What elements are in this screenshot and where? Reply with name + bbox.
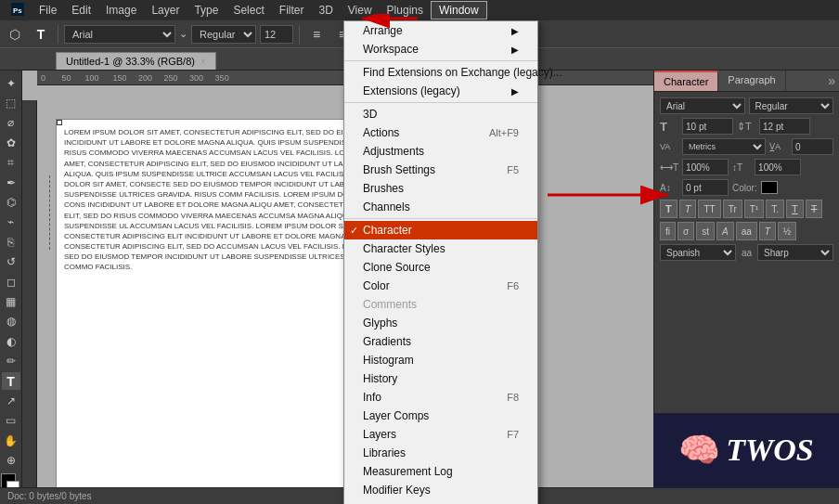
menu-histogram[interactable]: Histogram bbox=[344, 351, 537, 369]
menu-edit[interactable]: Edit bbox=[64, 2, 98, 19]
tab-close-button[interactable]: × bbox=[200, 57, 206, 67]
tracking-field[interactable] bbox=[792, 138, 833, 155]
dodge-tool[interactable]: ◐ bbox=[2, 332, 20, 350]
character-font-select[interactable]: Arial bbox=[660, 97, 745, 114]
type-tool-icon[interactable]: T bbox=[30, 23, 52, 45]
transform-handle-tl[interactable] bbox=[57, 120, 62, 125]
menu-view[interactable]: View bbox=[341, 2, 380, 19]
menu-glyphs[interactable]: Glyphs bbox=[344, 314, 537, 332]
menu-libraries[interactable]: Libraries bbox=[344, 444, 537, 462]
kerning-select[interactable]: Metrics bbox=[682, 138, 766, 155]
font-size-field[interactable] bbox=[682, 118, 733, 135]
menu-type[interactable]: Type bbox=[187, 2, 226, 19]
info-shortcut: F8 bbox=[507, 392, 519, 403]
document-tab[interactable]: Untitled-1 @ 33.3% (RGB/8) × bbox=[56, 52, 216, 70]
hand-tool[interactable]: ✋ bbox=[2, 432, 20, 449]
path-selection-tool[interactable]: ↗ bbox=[2, 392, 20, 409]
menu-ps[interactable]: Ps bbox=[4, 1, 32, 20]
strikethrough-button[interactable]: T bbox=[806, 200, 823, 218]
eyedropper-tool[interactable]: ✒ bbox=[2, 174, 20, 191]
italic-button[interactable]: T bbox=[679, 200, 697, 218]
menu-adjustments[interactable]: Adjustments bbox=[344, 142, 537, 161]
antialias-select[interactable]: Sharp bbox=[757, 244, 833, 261]
titling-button[interactable]: aa bbox=[736, 222, 757, 240]
menu-comments[interactable]: Comments bbox=[344, 295, 537, 314]
menu-layer-comps[interactable]: Layer Comps bbox=[344, 407, 537, 425]
quick-select-tool[interactable]: ✿ bbox=[2, 134, 20, 151]
menu-3d[interactable]: 3D bbox=[311, 2, 340, 19]
menu-measurement-log[interactable]: Measurement Log bbox=[344, 462, 537, 481]
ligature-fi-button[interactable]: fi bbox=[660, 222, 676, 240]
font-family-select[interactable]: Arial bbox=[64, 25, 175, 44]
lasso-tool[interactable]: ⌀ bbox=[2, 114, 20, 132]
menu-actions[interactable]: Actions Alt+F9 bbox=[344, 123, 537, 142]
move-tool-icon[interactable]: ⬡ bbox=[4, 23, 26, 45]
menu-layer[interactable]: Layer bbox=[144, 2, 187, 19]
scale-h-field[interactable] bbox=[682, 159, 729, 175]
menu-brushes[interactable]: Brushes bbox=[344, 179, 537, 198]
clone-stamp-tool[interactable]: ⎘ bbox=[2, 233, 20, 251]
menu-workspace[interactable]: Workspace ▶ bbox=[344, 40, 537, 58]
menu-info[interactable]: Info F8 bbox=[344, 388, 537, 407]
menu-image[interactable]: Image bbox=[98, 2, 144, 19]
gradient-tool[interactable]: ▦ bbox=[2, 292, 20, 310]
window-dropdown-menu[interactable]: Arrange ▶ Workspace ▶ Find Extensions on… bbox=[343, 20, 538, 504]
fraction-button[interactable]: ½ bbox=[778, 222, 796, 240]
scale-v-field[interactable] bbox=[755, 159, 801, 175]
menu-clone-source[interactable]: Clone Source bbox=[344, 258, 537, 277]
menu-extensions-legacy[interactable]: Extensions (legacy) ▶ bbox=[344, 82, 537, 100]
panel-expand-icon[interactable]: » bbox=[828, 73, 835, 88]
menu-modifier-keys[interactable]: Modifier Keys bbox=[344, 481, 537, 499]
font-size-input[interactable] bbox=[260, 25, 293, 44]
pen-tool[interactable]: ✏ bbox=[2, 352, 20, 369]
marquee-tool[interactable]: ⬚ bbox=[2, 94, 20, 111]
menu-window[interactable]: Window bbox=[431, 1, 487, 19]
character-color-swatch[interactable] bbox=[761, 181, 778, 194]
tab-character[interactable]: Character bbox=[654, 71, 718, 91]
eraser-tool[interactable]: ◻ bbox=[2, 273, 20, 291]
menu-select[interactable]: Select bbox=[226, 2, 271, 19]
menu-navigator[interactable]: Navigator bbox=[344, 499, 537, 504]
menu-plugins[interactable]: Plugins bbox=[380, 2, 431, 19]
character-style-select[interactable]: Regular bbox=[749, 97, 834, 114]
menu-character-styles[interactable]: Character Styles bbox=[344, 239, 537, 258]
allcaps-button[interactable]: TT bbox=[698, 200, 720, 218]
align-left-button[interactable]: ≡ bbox=[305, 23, 328, 45]
menu-find-extensions[interactable]: Find Extensions on Exchange (legacy)... bbox=[344, 63, 537, 82]
rectangle-tool[interactable]: ▭ bbox=[2, 412, 20, 430]
move-tool[interactable]: ✦ bbox=[2, 74, 20, 92]
bold-button[interactable]: T bbox=[660, 200, 678, 218]
history-brush-tool[interactable]: ↺ bbox=[2, 253, 20, 271]
leading-field[interactable] bbox=[759, 118, 810, 135]
subscript-button[interactable]: T. bbox=[766, 200, 784, 218]
type-tool-left[interactable]: T bbox=[2, 372, 20, 390]
ordinal-button[interactable]: st bbox=[696, 222, 715, 240]
brush-tool[interactable]: ⌁ bbox=[2, 213, 20, 231]
panel-tab-bar: Character Paragraph » bbox=[654, 71, 839, 92]
healing-brush-tool[interactable]: ⌬ bbox=[2, 193, 20, 211]
menu-3d[interactable]: 3D bbox=[344, 105, 537, 123]
language-select[interactable]: Spanish bbox=[660, 244, 736, 261]
contextual-button[interactable]: T bbox=[759, 222, 776, 240]
menu-file[interactable]: File bbox=[32, 2, 64, 19]
menu-brush-settings[interactable]: Brush Settings F5 bbox=[344, 161, 537, 179]
underline-button[interactable]: T bbox=[786, 200, 804, 218]
ligature-sigma-button[interactable]: σ bbox=[678, 222, 694, 240]
blur-tool[interactable]: ◍ bbox=[2, 313, 20, 330]
menu-filter[interactable]: Filter bbox=[272, 2, 312, 19]
menu-layers[interactable]: Layers F7 bbox=[344, 425, 537, 444]
baseline-field[interactable] bbox=[682, 179, 729, 196]
menu-history[interactable]: History bbox=[344, 369, 537, 388]
menu-channels[interactable]: Channels bbox=[344, 198, 537, 216]
tab-paragraph[interactable]: Paragraph bbox=[718, 71, 785, 91]
zoom-tool[interactable]: ⊕ bbox=[2, 451, 20, 469]
font-style-select[interactable]: Regular bbox=[191, 25, 256, 44]
menu-color[interactable]: Color F6 bbox=[344, 277, 537, 295]
menu-character[interactable]: ✓ Character bbox=[344, 221, 537, 239]
crop-tool[interactable]: ⌗ bbox=[2, 154, 20, 172]
swash-button[interactable]: A bbox=[716, 222, 734, 240]
superscript-button[interactable]: T¹ bbox=[744, 200, 764, 218]
smallcaps-button[interactable]: Tr bbox=[723, 200, 742, 218]
menu-arrange[interactable]: Arrange ▶ bbox=[344, 21, 537, 40]
menu-gradients[interactable]: Gradients bbox=[344, 332, 537, 351]
